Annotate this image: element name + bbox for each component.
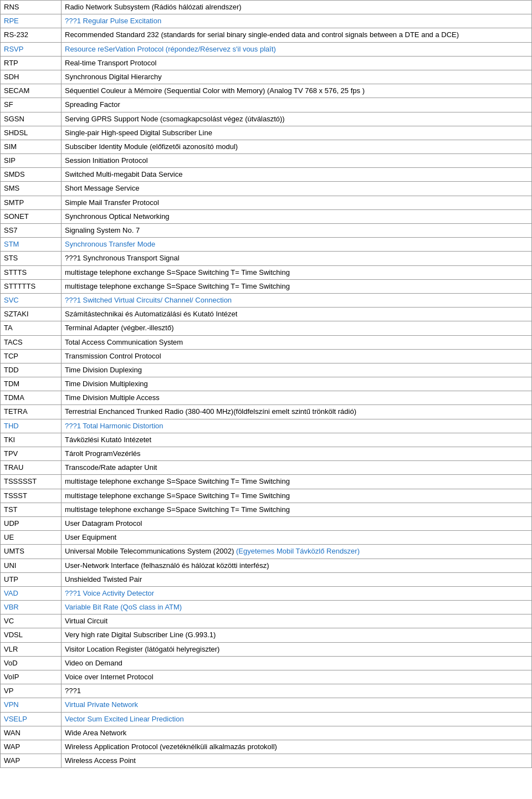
table-row: SDHSynchronous Digital Hierarchy: [1, 70, 532, 84]
definition-cell: ???1: [62, 684, 532, 698]
definition-cell: Resource reSerVation Protocol (répondez/…: [62, 42, 532, 56]
definition-cell: Subsciber Identity Module (előfizetői az…: [62, 140, 532, 153]
abbreviation-cell: VoD: [1, 656, 62, 670]
table-row: UNIUser-Network Interface (felhasználó é…: [1, 559, 532, 572]
definition-cell: Synchronous Optical Networking: [62, 209, 532, 223]
table-row: TCPTransmission Control Protocol: [1, 349, 532, 363]
table-row: SVC???1 Switched Virtual Circuits/ Chann…: [1, 293, 532, 307]
abbreviation-cell: VoIP: [1, 670, 62, 684]
definition-cell: Single-pair High-speed Digital Subscribe…: [62, 126, 532, 140]
definition-cell: Total Access Communication System: [62, 335, 532, 349]
abbreviation-cell: TSSST: [1, 489, 62, 503]
definition-cell: Video on Demand: [62, 656, 532, 670]
abbreviation-cell: TCP: [1, 349, 62, 363]
definition-cell: Spreading Factor: [62, 98, 532, 112]
definition-cell: Wireless Access Point: [62, 754, 532, 768]
table-row: UEUser Equipment: [1, 531, 532, 545]
table-row: TDDTime Division Duplexing: [1, 363, 532, 377]
definition-cell: Session Initiation Protocol: [62, 154, 532, 168]
table-row: SS7Signaling System No. 7: [1, 224, 532, 238]
table-row: TRAUTranscode/Rate adapter Unit: [1, 461, 532, 475]
abbreviation-cell: RS-232: [1, 28, 62, 42]
abbreviation-cell: TDMA: [1, 391, 62, 405]
abbreviation-cell: VC: [1, 614, 62, 628]
definition-cell: multistage telephone exchange S=Space Sw…: [62, 475, 532, 489]
table-row: SHDSLSingle-pair High-speed Digital Subs…: [1, 126, 532, 140]
table-row: RPE???1 Regular Pulse Excitation: [1, 14, 532, 28]
definition-cell: ???1 Regular Pulse Excitation: [62, 14, 532, 28]
abbreviation-cell: STTTS: [1, 265, 62, 279]
table-row: TETRATerrestrial Enchanced Trunked Radio…: [1, 405, 532, 419]
table-row: VoIPVoice over Internet Protocol: [1, 670, 532, 684]
abbreviation-cell: WAP: [1, 754, 62, 768]
abbreviation-cell: SHDSL: [1, 126, 62, 140]
table-row: VPNVirtual Private Network: [1, 698, 532, 712]
abbreviation-cell: TACS: [1, 335, 62, 349]
abbreviation-cell: SECAM: [1, 84, 62, 98]
abbreviation-cell: VBR: [1, 601, 62, 614]
abbreviation-cell: TRAU: [1, 461, 62, 475]
definition-cell: Very high rate Digital Subscriber Line (…: [62, 628, 532, 642]
definition-cell: Terminal Adapter (végber.-illesztő): [62, 321, 532, 335]
table-row: SONETSynchronous Optical Networking: [1, 209, 532, 223]
abbreviation-cell: TSSSSST: [1, 475, 62, 489]
table-row: VLRVisitor Location Register (látógatói …: [1, 642, 532, 656]
table-row: WANWide Area Network: [1, 726, 532, 740]
definition-cell: Visitor Location Register (látógatói hel…: [62, 642, 532, 656]
table-row: THD???1 Total Harmonic Distortion: [1, 419, 532, 433]
definition-cell: Variable Bit Rate (QoS class in ATM): [62, 601, 532, 614]
definition-cell: ???1 Total Harmonic Distortion: [62, 419, 532, 433]
abbreviation-cell: SMDS: [1, 168, 62, 182]
abbreviation-cell: THD: [1, 419, 62, 433]
abbreviation-cell: RPE: [1, 14, 62, 28]
definition-cell: Tárolt ProgramVezérlés: [62, 447, 532, 461]
definition-cell: ???1 Voice Activity Detector: [62, 586, 532, 600]
table-row: STMSynchronous Transfer Mode: [1, 238, 532, 252]
abbreviation-cell: SVC: [1, 293, 62, 307]
table-row: UDPUser Datagram Protocol: [1, 516, 532, 530]
table-row: VDSLVery high rate Digital Subscriber Li…: [1, 628, 532, 642]
abbreviation-cell: TDM: [1, 377, 62, 391]
table-row: STTTTTSmultistage telephone exchange S=S…: [1, 279, 532, 293]
table-row: TDMTime Division Multiplexing: [1, 377, 532, 391]
abbreviation-cell: VPN: [1, 698, 62, 712]
definition-cell: Real-time Transport Protocol: [62, 56, 532, 70]
abbreviation-cell: UDP: [1, 516, 62, 530]
definition-cell: Unshielded Twisted Pair: [62, 572, 532, 586]
definition-cell: Synchronous Transfer Mode: [62, 238, 532, 252]
definition-cell: multistage telephone exchange S=Space Sw…: [62, 489, 532, 503]
abbreviation-cell: TST: [1, 503, 62, 516]
definition-cell: ???1 Switched Virtual Circuits/ Channel/…: [62, 293, 532, 307]
table-row: STTTS multistage telephone exchange S=Sp…: [1, 265, 532, 279]
table-row: UTPUnshielded Twisted Pair: [1, 572, 532, 586]
abbreviation-cell: VLR: [1, 642, 62, 656]
definition-cell: multistage telephone exchange S=Space Sw…: [62, 265, 532, 279]
abbreviation-cell: SMS: [1, 182, 62, 196]
abbreviation-cell: STS: [1, 252, 62, 265]
abbreviation-table: RNSRadio Network Subsystem (Rádiós hálóz…: [0, 0, 532, 768]
definition-cell: Vector Sum Excited Linear Prediction: [62, 712, 532, 726]
abbreviation-cell: VSELP: [1, 712, 62, 726]
abbreviation-cell: UNI: [1, 559, 62, 572]
table-row: SECAMSéquentiel Couleur à Mémoire (Seque…: [1, 84, 532, 98]
table-row: UMTSUniversal Mobile Telecommunications …: [1, 545, 532, 559]
abbreviation-cell: TDD: [1, 363, 62, 377]
abbreviation-cell: SDH: [1, 70, 62, 84]
abbreviation-cell: SIP: [1, 154, 62, 168]
table-row: SMDSSwitched Multi-megabit Data Service: [1, 168, 532, 182]
abbreviation-cell: TKI: [1, 433, 62, 447]
abbreviation-cell: SGSN: [1, 112, 62, 126]
table-row: TKITávközlési Kutató Intézetet: [1, 433, 532, 447]
definition-cell: multistage telephone exchange S=Space Sw…: [62, 279, 532, 293]
abbreviation-cell: SMTP: [1, 196, 62, 209]
abbreviation-cell: SONET: [1, 209, 62, 223]
table-row: RS-232Recommended Standard 232 (standard…: [1, 28, 532, 42]
table-row: SFSpreading Factor: [1, 98, 532, 112]
abbreviation-cell: UMTS: [1, 545, 62, 559]
definition-cell: Universal Mobile Telecommunications Syst…: [62, 545, 532, 559]
table-row: WAPWireless Access Point: [1, 754, 532, 768]
abbreviation-cell: SZTAKI: [1, 308, 62, 321]
definition-cell: Virtual Circuit: [62, 614, 532, 628]
abbreviation-cell: SS7: [1, 224, 62, 238]
definition-cell: Switched Multi-megabit Data Service: [62, 168, 532, 182]
